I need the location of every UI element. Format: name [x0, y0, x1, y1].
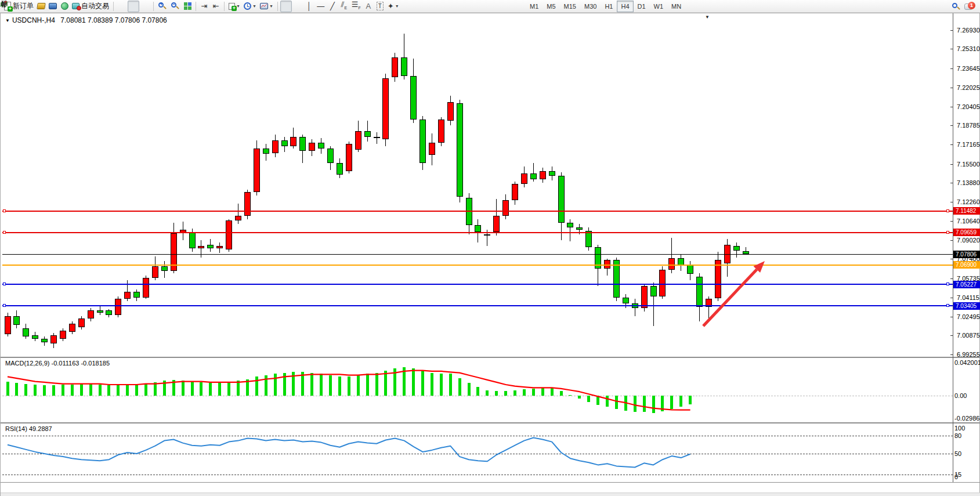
zoom-in-button[interactable]: + — [156, 1, 169, 12]
cursor-tool-button[interactable] — [280, 1, 292, 12]
autotrading-button[interactable]: 自动交易 — [70, 1, 111, 12]
signals-button[interactable] — [59, 1, 70, 12]
new-chart-icon: + — [229, 3, 235, 10]
horizontal-line-tool-button[interactable]: — — [315, 1, 327, 12]
toolbar-separator — [153, 2, 154, 11]
timeframe-button-h1[interactable]: H1 — [601, 1, 617, 12]
timeframe-button-m15[interactable]: M15 — [560, 1, 580, 12]
chat-icon: 1 — [964, 3, 972, 10]
new-chart-dropdown[interactable]: +▼ — [227, 1, 242, 12]
bar-chart-button[interactable] — [116, 1, 128, 12]
new-order-button[interactable]: + 新订单 — [2, 1, 35, 12]
main-toolbar: + 新订单 自动交易 + - ⇥ ⇤ +▼ ▼ ▼ │ — ╱ ⫽E ☰F A … — [0, 0, 980, 13]
search-icon — [951, 2, 961, 12]
autotrading-off-dot — [77, 6, 81, 10]
toolbar-separator — [277, 2, 278, 11]
fibonacci-tool-button[interactable]: ☰F — [350, 1, 363, 12]
text-tool-button[interactable]: A — [363, 1, 374, 12]
shapes-dropdown[interactable]: ✦▼ — [386, 1, 401, 12]
notifications-button[interactable]: 1 — [963, 1, 974, 12]
time-axis[interactable]: 19 Sep 202219 Sep 20:0020 Sep 12:0021 Se… — [1, 13, 980, 496]
line-chart-button[interactable] — [139, 1, 151, 12]
autotrading-label: 自动交易 — [81, 1, 109, 11]
equidistant-channel-icon: ⫽E — [341, 1, 347, 12]
shapes-icon: ✦ — [388, 2, 394, 10]
clock-icon — [244, 2, 251, 10]
time-axis-border — [1, 482, 980, 483]
templates-dropdown[interactable]: ▼ — [258, 1, 275, 12]
notification-badge: 1 — [968, 2, 975, 9]
vertical-line-icon: │ — [307, 2, 312, 10]
period-dropdown[interactable]: ▼ — [242, 1, 258, 12]
timeframe-button-m5[interactable]: M5 — [543, 1, 559, 12]
editor-icon — [37, 3, 46, 9]
timeframe-button-m1[interactable]: M1 — [526, 1, 543, 12]
candlestick-chart-button[interactable] — [128, 1, 139, 12]
text-icon: A — [366, 2, 371, 10]
metaeditor-button[interactable] — [35, 1, 47, 12]
market-watch-button[interactable] — [47, 1, 59, 12]
signals-icon — [61, 2, 68, 10]
chart-shift-button[interactable]: ⇤ — [210, 1, 222, 12]
label-icon: T — [377, 2, 384, 10]
tile-windows-button[interactable] — [182, 1, 193, 12]
autotrading-icon — [72, 3, 79, 9]
new-order-icon: + — [4, 2, 11, 10]
market-watch-icon — [49, 3, 57, 9]
fibonacci-icon: ☰F — [352, 1, 361, 12]
auto-scroll-button[interactable]: ⇥ — [198, 1, 210, 12]
chart-shift-icon: ⇤ — [213, 2, 219, 10]
toolbar-separator — [224, 2, 225, 11]
auto-scroll-icon: ⇥ — [201, 2, 208, 10]
timeframe-button-m30[interactable]: M30 — [580, 1, 601, 12]
timeframe-button-w1[interactable]: W1 — [650, 1, 668, 12]
chart-window-usdcnh: ▼USDCNH-,H4 7.08081 7.08389 7.07806 7.07… — [0, 13, 980, 496]
timeframe-button-mn[interactable]: MN — [667, 1, 685, 12]
horizontal-line-icon: — — [317, 2, 324, 10]
template-icon — [260, 3, 268, 9]
channel-tool-button[interactable]: ⫽E — [338, 1, 350, 12]
label-tool-button[interactable]: T — [374, 1, 386, 12]
window-bottom-strip — [1, 493, 980, 496]
search-button[interactable] — [949, 1, 963, 12]
vertical-line-tool-button[interactable]: │ — [303, 1, 315, 12]
zoom-out-button[interactable]: - — [169, 1, 182, 12]
timeframe-toolbar: M1M5M15M30H1H4D1W1MN — [526, 1, 685, 12]
toolbar-separator — [113, 2, 114, 11]
trendline-icon: ╱ — [330, 2, 335, 10]
tile-windows-icon — [184, 2, 191, 10]
timeframe-button-d1[interactable]: D1 — [634, 1, 650, 12]
toolbar-separator — [196, 2, 196, 11]
timeframe-button-h4[interactable]: H4 — [617, 1, 633, 12]
new-order-label: 新订单 — [13, 1, 34, 11]
zoom-out-icon: - — [171, 2, 180, 11]
zoom-in-icon: + — [158, 2, 167, 11]
crosshair-tool-button[interactable] — [292, 1, 303, 12]
trendline-tool-button[interactable]: ╱ — [327, 1, 338, 12]
